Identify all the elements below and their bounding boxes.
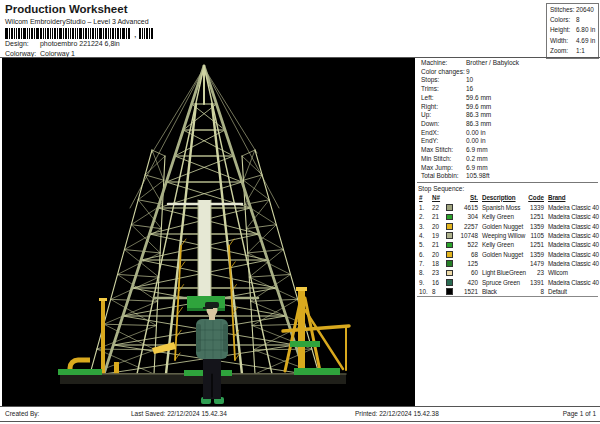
machine-info-row: Stops:10: [421, 76, 598, 85]
machine-info-row: EndX:0.00 in: [421, 129, 598, 138]
barcode-bar: [112, 28, 114, 39]
machine-info-value: 86.3 mm: [466, 111, 491, 118]
machine-info-value: 10: [466, 76, 473, 83]
cell-needle: 20: [432, 222, 444, 231]
cell-code: 1251: [522, 212, 544, 221]
cell-code: 1251: [522, 240, 544, 249]
cell-num: 8.: [419, 268, 430, 277]
machine-info-row: Right:59.6 mm: [421, 103, 598, 112]
barcode-bar: [115, 28, 116, 39]
barcode-bar: [151, 28, 153, 39]
machine-info-value: 0.00 in: [466, 137, 486, 144]
stat-label: Colors:: [550, 15, 576, 25]
table-row: 7.181251479Madeira Classic 40: [419, 259, 600, 268]
machine-info-row: Total Bobbin:105.98ft: [421, 172, 598, 181]
footer-created-by: Created By:: [5, 410, 39, 417]
design-value: photoembro 221224 6,8in: [40, 40, 120, 47]
cell-num: 1.: [419, 203, 430, 212]
cell-brand: Madeira Classic 40: [548, 240, 600, 249]
col-header-brand: Brand: [548, 194, 600, 201]
machine-info-value: 16: [466, 85, 473, 92]
stop-sequence-bottom-divider: [417, 296, 598, 297]
barcode-bar: [117, 28, 119, 39]
barcode-bar: [77, 28, 78, 39]
barcode-bar: [128, 28, 130, 39]
barcode-bar: [23, 28, 26, 39]
cell-stitches: 522: [451, 240, 478, 249]
stat-value: 20640: [576, 6, 594, 13]
page-title: Production Worksheet: [5, 3, 127, 15]
barcode-bar: [79, 28, 82, 39]
barcode-separator: ,: [134, 28, 137, 39]
barcode-bar: [21, 28, 22, 39]
cell-description: Golden Nugget: [482, 222, 526, 231]
machine-info-row: Trims:16: [421, 85, 598, 94]
stop-sequence-title: Stop Sequence:: [418, 185, 464, 192]
cell-num: 6.: [419, 250, 430, 259]
cell-stitches: 2257: [451, 222, 478, 231]
cell-code: 23: [522, 268, 544, 277]
cell-stitches: 4615: [451, 203, 478, 212]
machine-info-row: Min Stitch:0.2 mm: [421, 155, 598, 164]
stat-row: Height:6.80 in: [547, 25, 598, 35]
design-canvas: [2, 58, 415, 406]
table-row: 5.21522Kelly Green1251Madeira Classic 40: [419, 240, 600, 249]
barcode-bar: [120, 28, 121, 39]
barcode-bar: [31, 28, 33, 39]
table-row: 8.2360Light BlueGreen23Wilcom: [419, 268, 600, 277]
cell-brand: Madeira Classic 40: [548, 203, 600, 212]
table-row: 3.202257Golden Nugget1359Madeira Classic…: [419, 222, 600, 231]
cell-description: Spruce Green: [482, 278, 526, 287]
app-subtitle: Wilcom EmbroideryStudio – Level 3 Advanc…: [5, 18, 149, 25]
barcode-bar: [110, 28, 111, 39]
stat-row: Stitches:20640: [547, 5, 598, 15]
cell-needle: 18: [432, 259, 444, 268]
machine-info-value: Brother / Babylock: [466, 59, 519, 66]
barcode-bar: [59, 28, 62, 39]
barcode-bar: [40, 28, 42, 39]
machine-info-row: Max Jump:6.9 mm: [421, 164, 598, 173]
design-label: Design:: [5, 40, 38, 47]
design-barcode: ,: [5, 28, 154, 39]
machine-info-label: Left:: [421, 94, 466, 103]
barcode-bar: [47, 28, 49, 39]
cell-brand: Madeira Classic 40: [548, 259, 600, 268]
barcode-bar: [108, 28, 109, 39]
footer-page-number: Page 1 of 1: [563, 410, 596, 417]
cell-code: 1359: [522, 222, 544, 231]
barcode-bar: [68, 28, 69, 39]
footer-printed: Printed: 22/12/2024 15.42.38: [355, 410, 439, 417]
machine-info-label: Trims:: [421, 85, 466, 94]
barcode-bar: [139, 28, 141, 39]
cell-brand: Madeira Classic 40: [548, 231, 600, 240]
barcode-bar: [27, 28, 28, 39]
cell-num: 7.: [419, 259, 430, 268]
cell-description: Kelly Green: [482, 240, 526, 249]
machine-info-value: 0.2 mm: [466, 155, 488, 162]
barcode-bar: [83, 28, 84, 39]
cell-brand: Madeira Classic 40: [548, 222, 600, 231]
machine-info-row: Color changes:9: [421, 68, 598, 77]
barcode-bar: [92, 28, 94, 39]
stop-sequence-divider: [417, 182, 598, 183]
page-footer: Created By: Last Saved: 22/12/2024 15.42…: [0, 406, 600, 422]
stat-value: 1:1: [576, 47, 585, 54]
cell-stitches: 10748: [451, 231, 478, 240]
stat-row: Width:4.69 in: [547, 36, 598, 46]
col-header-stitches: St.: [451, 194, 478, 201]
col-header-description: Description: [482, 194, 526, 201]
barcode-bar: [97, 28, 98, 39]
design-stats-box: Stitches:20640Colors:8Height:6.80 inWidt…: [546, 3, 599, 59]
cell-needle: 21: [432, 240, 444, 249]
cell-description: Light BlueGreen: [482, 268, 526, 277]
barcode-bar: [43, 28, 44, 39]
machine-info-value: 59.6 mm: [466, 103, 491, 110]
cell-needle: 19: [432, 231, 444, 240]
stat-value: 4.69 in: [576, 37, 595, 44]
stat-row: Colors:8: [547, 15, 598, 25]
table-row: 2.21304Kelly Green1251Madeira Classic 40: [419, 212, 600, 221]
barcode-bar: [16, 28, 17, 39]
machine-info-row: Left:59.6 mm: [421, 94, 598, 103]
barcode-bar: [99, 28, 102, 39]
barcode-bars-main: [5, 28, 131, 39]
